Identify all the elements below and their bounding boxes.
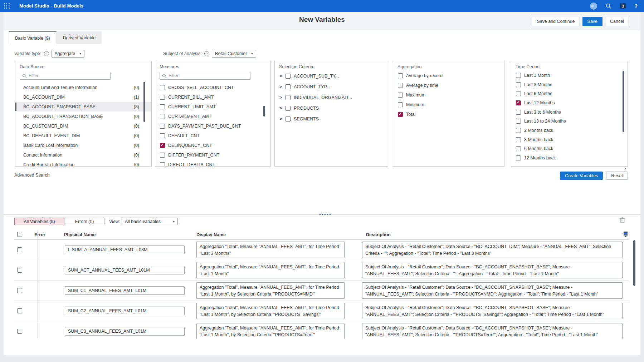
physical-name-input[interactable]: I_SUM_A_ANNUAL_FEES_AMT_L03M — [65, 246, 185, 254]
time-period-item[interactable]: Last 3 Months — [511, 80, 628, 89]
physical-name-input[interactable]: SUM_C3_ANNUAL_FEES_AMT_L01M — [65, 327, 185, 336]
measure-item[interactable]: DIRECT_DEBITS_CNT — [155, 160, 270, 167]
row-checkbox[interactable] — [17, 288, 22, 293]
physical-name-input[interactable]: SUM_C2_ANNUAL_FEES_AMT_L01M — [65, 307, 185, 315]
measure-item[interactable]: CROSS_SELL_ACCOUNT_CNT — [155, 83, 270, 92]
reset-button[interactable]: Reset — [606, 172, 628, 180]
time-period-item[interactable]: Last 6 Months — [511, 89, 628, 98]
data-source-item[interactable]: BC_DEFAULT_EVENT_DIM (0) — [15, 131, 151, 140]
aggregation-item[interactable]: Average by record — [393, 71, 504, 80]
checkbox[interactable] — [286, 74, 291, 79]
row-checkbox[interactable] — [17, 268, 22, 273]
tab-derived-variable[interactable]: Derived Variable — [57, 31, 102, 44]
selection-criteria-item[interactable]: > ACCOUNT_TYP... — [275, 81, 388, 92]
search-icon[interactable] — [606, 3, 611, 9]
notification-badge[interactable]: 1 — [620, 3, 626, 9]
display-name-input[interactable]: Aggregation "Total", Measure "ANNUAL_FEE… — [196, 242, 345, 258]
measure-item[interactable]: CURRENT_BILL_AMT — [155, 92, 270, 102]
checkbox[interactable] — [160, 133, 165, 138]
description-input[interactable]: Subject Of Analysis - "Retail Customer";… — [362, 262, 623, 278]
tab-all-variables[interactable]: All Variables (9) — [14, 218, 64, 225]
tab-basic-variable[interactable]: Basic Variable (9) — [9, 31, 57, 44]
delete-icon[interactable] — [619, 217, 625, 225]
save-and-continue-button[interactable]: Save and Continue — [532, 17, 580, 26]
checkbox[interactable] — [286, 84, 291, 89]
expand-chevron-icon[interactable]: > — [279, 106, 282, 111]
display-name-input[interactable]: Aggregation "Total", Measure "ANNUAL_FEE… — [196, 282, 345, 299]
row-checkbox[interactable] — [17, 329, 22, 334]
selection-criteria-item[interactable]: > ACCOUNT_SUB_TY... — [275, 71, 388, 81]
table-scrollbar[interactable] — [633, 240, 635, 286]
display-name-input[interactable]: Aggregation "Total", Measure "ANNUAL_FEE… — [196, 262, 345, 278]
checkbox[interactable] — [516, 146, 521, 151]
tab-errors[interactable]: Errors (0) — [64, 218, 105, 225]
checkbox[interactable] — [516, 91, 521, 96]
row-checkbox[interactable] — [17, 247, 22, 252]
checkbox[interactable] — [516, 128, 521, 133]
checkbox[interactable] — [160, 95, 165, 100]
aggregation-item[interactable]: Maximum — [393, 90, 504, 100]
time-period-item[interactable]: Last 12 Months — [511, 98, 628, 108]
scrollbar[interactable] — [263, 106, 265, 116]
measure-item[interactable]: DEFAULT_CNT — [155, 131, 270, 140]
measure-item[interactable]: DAYS_PAYMENT_PAST_DUE_CNT — [155, 121, 270, 131]
measure-item[interactable]: CURRENT_LIMIT_AMT — [155, 102, 270, 111]
aggregation-item[interactable]: Total — [393, 109, 504, 119]
description-input[interactable]: Subject Of Analysis - "Retail Customer";… — [362, 242, 623, 258]
checkbox[interactable] — [516, 100, 521, 105]
data-source-filter[interactable] — [20, 72, 111, 80]
selection-criteria-item[interactable]: > INDIVIDUAL_ORGANIZATI... — [275, 92, 388, 103]
help-icon[interactable]: ? — [634, 3, 638, 9]
checkbox[interactable] — [286, 95, 291, 100]
selection-criteria-item[interactable]: > PRODUCTS — [275, 103, 388, 114]
checkbox[interactable] — [286, 116, 291, 122]
time-period-item[interactable]: 3 Months back — [511, 135, 628, 144]
measures-filter[interactable] — [160, 72, 250, 80]
checkbox[interactable] — [286, 106, 291, 111]
subject-help-icon[interactable]: ? — [204, 51, 209, 56]
sas-logo-icon[interactable] — [590, 3, 597, 10]
data-source-item[interactable]: Credit Bureau Information (0) — [15, 160, 151, 167]
measures-filter-input[interactable] — [169, 73, 248, 78]
checkbox[interactable] — [160, 143, 165, 148]
checkbox[interactable] — [516, 155, 521, 160]
expand-chevron-icon[interactable]: > — [279, 84, 282, 89]
variable-type-select[interactable]: Aggregate ▾ — [52, 50, 84, 58]
cancel-button[interactable]: Cancel — [605, 17, 629, 26]
data-source-item[interactable]: BC_CUSTOMER_DIM (0) — [15, 121, 151, 131]
view-select[interactable]: All basic variables ▾ — [122, 218, 178, 225]
checkbox[interactable] — [160, 162, 165, 167]
measure-item[interactable]: DIFFER_PAYMENT_CNT — [155, 150, 270, 160]
apps-grid-icon[interactable] — [4, 3, 10, 9]
checkbox[interactable] — [160, 124, 165, 129]
checkbox[interactable] — [516, 119, 521, 124]
aggregation-item[interactable]: Minimum — [393, 100, 504, 109]
data-source-filter-input[interactable] — [29, 73, 108, 78]
row-checkbox[interactable] — [17, 308, 22, 313]
checkbox[interactable] — [160, 104, 165, 109]
description-input[interactable]: Subject Of Analysis - "Retail Customer";… — [362, 303, 623, 319]
scrollbar[interactable] — [623, 71, 624, 132]
save-button[interactable]: Save — [582, 17, 603, 26]
checkbox[interactable] — [516, 137, 521, 142]
data-source-item[interactable]: BC_ACCOUNT_SNAPSHOT_BASE (8) — [15, 102, 151, 111]
checkbox[interactable] — [398, 102, 403, 107]
aggregation-item[interactable]: Average by time — [393, 80, 504, 90]
variable-type-help-icon[interactable]: ? — [44, 51, 49, 56]
display-name-input[interactable]: Aggregation "Total", Measure "ANNUAL_FEE… — [196, 323, 345, 339]
expand-chevron-icon[interactable]: > — [279, 95, 282, 100]
time-period-item[interactable]: 12 Months back — [511, 153, 628, 163]
checkbox[interactable] — [160, 114, 165, 119]
time-period-item[interactable]: Last 3 to 6 Months — [511, 108, 628, 117]
checkbox[interactable] — [398, 112, 403, 117]
checkbox[interactable] — [516, 110, 521, 115]
time-period-item[interactable]: Last 1 Month — [511, 71, 628, 80]
description-input[interactable]: Subject Of Analysis - "Retail Customer";… — [362, 282, 623, 299]
create-variables-button[interactable]: Create Variables — [560, 172, 603, 180]
physical-name-input[interactable]: SUM_C1_ANNUAL_FEES_AMT_L01M — [65, 286, 185, 295]
physical-name-input[interactable]: SUM_ACT_ANNUAL_FEES_AMT_L01M — [65, 266, 185, 274]
advanced-search-link[interactable]: Advanced Search — [14, 173, 50, 178]
splitter-handle[interactable] — [319, 214, 331, 215]
data-source-item[interactable]: Contact Information (0) — [15, 150, 151, 160]
description-input[interactable]: Subject Of Analysis - "Retail Customer";… — [362, 323, 623, 339]
